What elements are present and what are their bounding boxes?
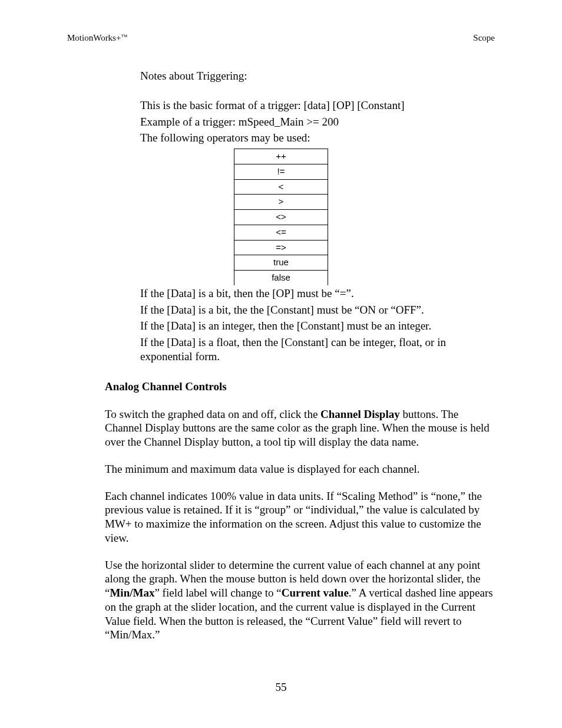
- header-right: Scope: [473, 33, 495, 43]
- page-number: 55: [0, 681, 562, 694]
- header-left: MotionWorks+™: [67, 33, 127, 43]
- paragraph-min-max: The minimum and maximum data value is di…: [105, 462, 495, 476]
- operator-cell: ++: [234, 149, 328, 164]
- page: MotionWorks+™ Scope Notes about Triggeri…: [0, 0, 562, 728]
- operator-cell: false: [234, 271, 328, 285]
- paragraph-scaling: Each channel indicates 100% value in dat…: [105, 489, 495, 545]
- notes-title: Notes about Triggering:: [140, 69, 495, 83]
- notes-format: This is the basic format of a trigger: […: [140, 98, 495, 113]
- notes-example: Example of a trigger: mSpeed_Main >= 200: [140, 115, 495, 129]
- header-product: MotionWorks+: [67, 33, 121, 42]
- bold-min-max: Min/Max: [110, 587, 154, 599]
- section-body: To switch the graphed data on and off, c…: [105, 407, 495, 643]
- operator-cell: <>: [234, 210, 328, 225]
- trademark-symbol: ™: [121, 33, 127, 40]
- operators-table: ++ != < > <> <= => true false: [234, 149, 328, 285]
- section-heading: Analog Channel Controls: [105, 380, 495, 393]
- bold-current-value: Current value: [282, 587, 349, 599]
- rule-integer: If the [Data] is an integer, then the [C…: [140, 319, 495, 333]
- rule-bit-op: If the [Data] is a bit, then the [OP] mu…: [140, 286, 495, 301]
- rule-float: If the [Data] is a float, then the [Cons…: [140, 335, 495, 364]
- paragraph-slider: Use the horizontal slider to determine t…: [105, 558, 495, 643]
- operator-cell: !=: [234, 164, 328, 179]
- operator-cell: true: [234, 255, 328, 271]
- operators-table-wrap: ++ != < > <> <= => true false: [67, 147, 495, 286]
- notes-block: Notes about Triggering: This is the basi…: [140, 69, 495, 364]
- paragraph-channel-display: To switch the graphed data on and off, c…: [105, 407, 495, 449]
- rule-bit-constant: If the [Data] is a bit, the the [Constan…: [140, 303, 495, 317]
- operator-cell: =>: [234, 240, 328, 255]
- bold-channel-display: Channel Display: [320, 408, 400, 420]
- operator-cell: <=: [234, 225, 328, 240]
- page-header: MotionWorks+™ Scope: [67, 33, 495, 43]
- operator-cell: >: [234, 195, 328, 210]
- notes-operators-intro: The following operators may be used:: [140, 131, 495, 145]
- operator-cell: <: [234, 179, 328, 195]
